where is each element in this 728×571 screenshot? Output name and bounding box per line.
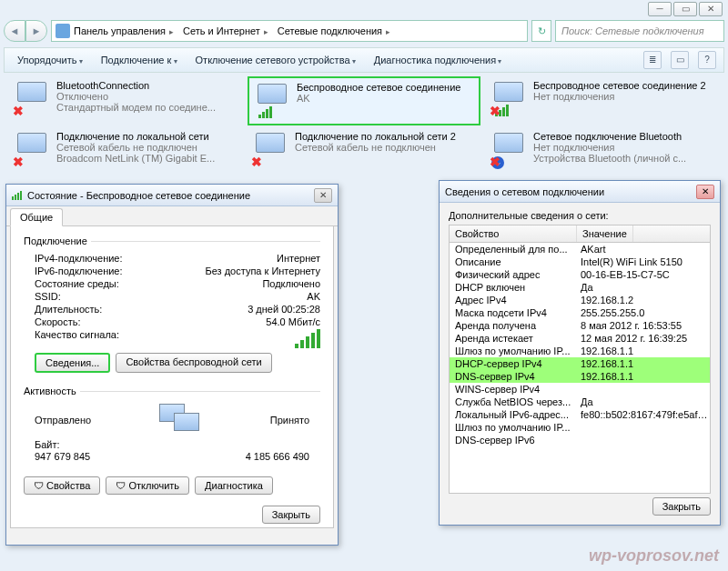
property-cell: Локальный IPv6-адрес...: [450, 409, 577, 420]
connection-status: Нет подключения: [533, 142, 686, 153]
value-cell: 12 мая 2012 г. 16:39:25: [577, 333, 710, 344]
details-subheader: Дополнительные сведения о сети:: [449, 210, 711, 221]
ssid-value: AK: [307, 291, 320, 302]
disable-button[interactable]: 🛡 Отключить: [106, 476, 189, 495]
minimize-button[interactable]: ─: [648, 2, 672, 16]
status-close-btn[interactable]: Закрыть: [262, 506, 320, 524]
breadcrumb-seg[interactable]: Сеть и Интернет: [181, 25, 274, 36]
back-button[interactable]: ◄: [4, 20, 25, 42]
help-icon[interactable]: ?: [698, 51, 716, 69]
table-row[interactable]: Служба NetBIOS через...Да: [450, 396, 710, 408]
bytes-label: Байт:: [35, 439, 60, 450]
connection-item[interactable]: ✖Беспроводное сетевое соединение 2Нет по…: [486, 76, 719, 125]
diagnose-button[interactable]: Диагностика: [195, 476, 273, 495]
ipv4-label: IPv4-подключение:: [35, 253, 123, 264]
value-cell: Intel(R) WiFi Link 5150: [577, 256, 710, 267]
details-titlebar[interactable]: Сведения о сетевом подключении ✕: [440, 181, 720, 203]
table-body: Определенный для по...AKartОписаниеIntel…: [450, 243, 710, 446]
property-cell: DHCP включен: [450, 282, 577, 293]
col-value[interactable]: Значение: [577, 225, 633, 242]
connection-item[interactable]: ⌵✖Сетевое подключение BluetoothНет подкл…: [486, 127, 719, 173]
media-label: Состояние среды:: [35, 278, 119, 289]
maximize-button[interactable]: ▭: [673, 2, 697, 16]
connection-title: Подключение по локальной сети: [56, 131, 215, 142]
table-row[interactable]: Локальный IPv6-адрес...fe80::b502:8167:4…: [450, 408, 710, 421]
search-input[interactable]: Поиск: Сетевые подключения: [555, 20, 724, 42]
property-cell: Определенный для по...: [450, 244, 577, 255]
details-button[interactable]: Сведения...: [35, 353, 110, 373]
sent-bytes: 947 679 845: [35, 451, 90, 462]
value-cell: 192.168.1.1: [577, 371, 710, 382]
connection-status: Отключено: [56, 91, 216, 102]
signal-quality-bars: [295, 329, 320, 348]
property-cell: Шлюз по умолчанию IP...: [450, 346, 577, 356]
table-row[interactable]: DNS-сервер IPv6: [450, 434, 710, 446]
connection-device: Стандартный модем по соедине...: [56, 102, 216, 113]
table-row[interactable]: ОписаниеIntel(R) WiFi Link 5150: [450, 255, 710, 268]
property-cell: Шлюз по умолчанию IP...: [450, 422, 577, 433]
organize-menu[interactable]: Упорядочить: [12, 53, 88, 67]
connection-item[interactable]: Беспроводное сетевое соединениеAK: [248, 76, 480, 125]
details-close-button[interactable]: Закрыть: [652, 497, 711, 516]
table-row[interactable]: Аренда получена8 мая 2012 г. 16:53:55: [450, 319, 710, 332]
value-cell: [577, 435, 710, 446]
refresh-button[interactable]: ↻: [531, 20, 551, 42]
status-close-button[interactable]: ✕: [314, 188, 332, 203]
activity-legend: Активность: [24, 386, 80, 396]
connections-list: ✖BluetoothConnectionОтключеноСтандартный…: [9, 76, 719, 173]
connection-icon: ⌵✖: [490, 131, 528, 169]
value-cell: 00-16-EB-15-C7-5C: [577, 269, 710, 280]
status-titlebar[interactable]: Состояние - Беспроводное сетевое соедине…: [6, 185, 338, 206]
close-button[interactable]: ✕: [699, 2, 723, 16]
connection-device: Устройства Bluetooth (личной с...: [533, 153, 686, 164]
table-row[interactable]: Физический адрес00-16-EB-15-C7-5C: [450, 268, 710, 281]
table-row[interactable]: Маска подсети IPv4255.255.255.0: [450, 306, 710, 319]
window-controls: ─ ▭ ✕: [648, 2, 723, 16]
connection-item[interactable]: ✖Подключение по локальной сетиСетевой ка…: [9, 127, 242, 173]
connect-to-menu[interactable]: Подключение к: [96, 53, 183, 67]
view-icon[interactable]: ≣: [643, 51, 662, 69]
breadcrumb-seg[interactable]: Сетевые подключения: [276, 25, 396, 36]
value-cell: [577, 384, 710, 395]
duration-value: 3 дней 00:25:28: [248, 304, 320, 315]
col-property[interactable]: Свойство: [450, 225, 577, 242]
property-cell: Описание: [450, 256, 577, 267]
connection-status: Нет подключения: [533, 91, 706, 102]
property-cell: DHCP-сервер IPv4: [450, 358, 577, 369]
table-row[interactable]: DNS-сервер IPv4192.168.1.1: [450, 370, 710, 383]
value-cell: 255.255.255.0: [577, 307, 710, 318]
diagnose-menu[interactable]: Диагностика подключения: [369, 53, 508, 67]
preview-pane-icon[interactable]: ▭: [671, 51, 689, 69]
table-row[interactable]: Определенный для по...AKart: [450, 243, 710, 255]
value-cell: Да: [577, 282, 710, 293]
connection-icon: ✖: [490, 80, 528, 118]
table-row[interactable]: Аренда истекает12 мая 2012 г. 16:39:25: [450, 332, 710, 345]
table-header: Свойство Значение: [450, 225, 710, 243]
table-row[interactable]: DHCP-сервер IPv4192.168.1.1: [450, 357, 710, 370]
connection-icon: [253, 82, 291, 120]
connection-title: BluetoothConnection: [56, 80, 216, 91]
connection-title: Сетевое подключение Bluetooth: [533, 131, 686, 142]
details-close-x[interactable]: ✕: [696, 185, 714, 199]
table-row[interactable]: DHCP включенДа: [450, 281, 710, 294]
tab-general[interactable]: Общие: [10, 208, 63, 226]
connection-group: Подключение IPv4-подключение:Интернет IP…: [24, 235, 320, 380]
table-row[interactable]: Адрес IPv4192.168.1.2: [450, 294, 710, 306]
table-row[interactable]: Шлюз по умолчанию IP...192.168.1.1: [450, 345, 710, 357]
ipv4-value: Интернет: [277, 253, 320, 264]
wireless-properties-button[interactable]: Свойства беспроводной сети: [116, 353, 271, 373]
value-cell: 192.168.1.2: [577, 295, 710, 306]
table-row[interactable]: Шлюз по умолчанию IP...: [450, 421, 710, 434]
value-cell: [577, 422, 710, 433]
connection-item[interactable]: ✖BluetoothConnectionОтключеноСтандартный…: [9, 76, 242, 125]
breadcrumb-seg[interactable]: Панель управления: [72, 25, 179, 36]
properties-button[interactable]: 🛡 Свойства: [24, 476, 100, 495]
disable-device-menu[interactable]: Отключение сетевого устройства: [190, 53, 361, 67]
connection-item[interactable]: ✖Подключение по локальной сети 2Сетевой …: [248, 127, 480, 173]
value-cell: AKart: [577, 244, 710, 255]
property-cell: WINS-сервер IPv4: [450, 384, 577, 395]
table-row[interactable]: WINS-сервер IPv4: [450, 383, 710, 396]
breadcrumb[interactable]: Панель управления Сеть и Интернет Сетевы…: [51, 20, 528, 42]
network-icon: [56, 24, 70, 38]
forward-button[interactable]: ►: [25, 20, 47, 42]
